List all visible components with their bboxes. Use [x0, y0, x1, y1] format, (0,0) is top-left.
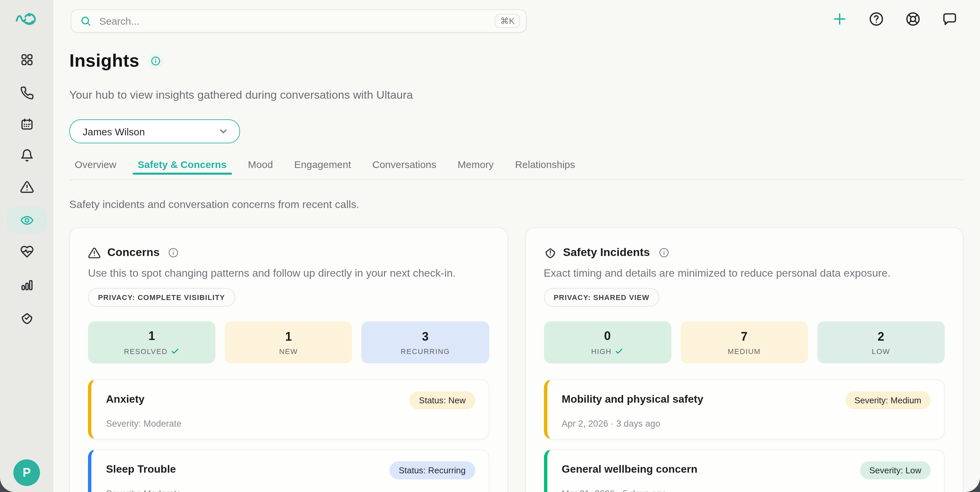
sidebar-item-dashboard[interactable] — [7, 47, 47, 72]
sidebar-item-insights[interactable] — [7, 207, 47, 232]
privacy-badge: PRIVACY: COMPLETE VISIBILITY — [88, 288, 235, 307]
status-badge: Status: New — [410, 391, 475, 409]
check-icon — [171, 347, 180, 355]
tab-safety-concerns[interactable]: Safety & Concerns — [132, 154, 232, 179]
concern-item[interactable]: Sleep Trouble Status: Recurring Severity… — [88, 449, 489, 492]
stat-recurring: 3 RECURRING — [362, 321, 489, 363]
person-select-value: James Wilson — [83, 126, 145, 137]
incident-date: Mar 31, 2026 · 5 days ago — [562, 489, 931, 492]
stat-value: 3 — [422, 330, 429, 344]
phone-icon — [20, 86, 33, 100]
section-description: Safety incidents and conversation concer… — [69, 199, 963, 211]
tab-overview[interactable]: Overview — [69, 154, 122, 179]
info-icon — [151, 56, 161, 66]
stat-value: 2 — [878, 330, 885, 344]
alert-triangle-icon — [20, 180, 33, 194]
concerns-list: Anxiety Status: New Severity: Moderate S… — [88, 379, 489, 492]
bar-chart-icon — [20, 278, 33, 292]
feedback-button[interactable] — [941, 11, 957, 27]
chevron-down-icon — [218, 126, 229, 137]
safety-incidents-card: Safety Incidents Exact timing and detail… — [525, 227, 963, 492]
tab-engagement[interactable]: Engagement — [289, 154, 356, 179]
concern-item[interactable]: Anxiety Status: New Severity: Moderate — [88, 379, 489, 439]
stat-value: 7 — [741, 330, 747, 344]
logo-icon — [15, 7, 39, 31]
concern-title: Anxiety — [106, 391, 145, 405]
severity-badge: Severity: Low — [860, 461, 931, 479]
page-info-button[interactable] — [148, 53, 163, 68]
heart-pulse-icon — [20, 244, 33, 258]
sidebar-item-health[interactable] — [7, 239, 47, 264]
incidents-list: Mobility and physical safety Severity: M… — [544, 379, 945, 492]
eye-icon — [20, 213, 33, 227]
topbar-actions — [831, 11, 957, 27]
stat-medium: 7 MEDIUM — [680, 321, 808, 363]
stat-label: RESOLVED — [124, 347, 168, 355]
stat-label: RECURRING — [401, 347, 450, 355]
search-bar[interactable]: ⌘K — [71, 10, 527, 33]
incidents-stats: 0 HIGH 7 MEDIUM 2 LOW — [544, 321, 945, 363]
tab-memory[interactable]: Memory — [452, 154, 499, 179]
insights-tabs: Overview Safety & Concerns Mood Engageme… — [69, 154, 963, 180]
support-button[interactable] — [905, 11, 921, 27]
shield-alert-icon — [544, 246, 556, 259]
stat-value: 1 — [148, 330, 155, 343]
concerns-description: Use this to spot changing patterns and f… — [88, 267, 489, 279]
sidebar-item-alerts[interactable] — [7, 174, 47, 199]
alert-triangle-icon — [88, 246, 101, 259]
add-button[interactable] — [831, 11, 847, 27]
user-avatar[interactable]: P — [13, 459, 40, 486]
status-badge: Status: Recurring — [389, 461, 475, 479]
incident-item[interactable]: General wellbeing concern Severity: Low … — [544, 449, 945, 492]
stat-label: NEW — [279, 347, 298, 355]
concerns-title: Concerns — [107, 246, 160, 260]
page-subtitle: Your hub to view insights gathered durin… — [69, 89, 963, 102]
chat-bubble-icon — [942, 11, 957, 26]
stat-label: MEDIUM — [728, 347, 760, 355]
sidebar-item-calendar[interactable] — [7, 111, 47, 137]
ultaura-logo[interactable] — [13, 5, 40, 32]
stat-label: LOW — [872, 347, 890, 355]
info-icon[interactable] — [659, 247, 669, 258]
plus-icon — [832, 11, 847, 26]
concern-severity: Severity: Moderate — [106, 419, 475, 429]
tab-mood[interactable]: Mood — [243, 154, 278, 179]
sidebar-nav — [7, 47, 47, 337]
help-circle-icon — [868, 11, 884, 26]
concern-title: Sleep Trouble — [106, 461, 176, 475]
safety-incidents-description: Exact timing and details are minimized t… — [544, 267, 945, 279]
info-icon[interactable] — [168, 247, 179, 258]
shield-check-icon — [20, 311, 33, 325]
help-button[interactable] — [868, 11, 884, 27]
stat-value: 0 — [604, 330, 611, 343]
severity-badge: Severity: Medium — [845, 391, 931, 409]
search-input[interactable] — [98, 15, 495, 27]
safety-incidents-title: Safety Incidents — [563, 246, 650, 260]
page-title: Insights — [69, 51, 139, 71]
tab-conversations[interactable]: Conversations — [367, 154, 442, 179]
search-icon — [80, 15, 91, 27]
concerns-card: Concerns Use this to spot changing patte… — [69, 227, 508, 492]
sidebar-item-notifications[interactable] — [7, 143, 47, 168]
incident-title: General wellbeing concern — [562, 461, 697, 475]
incident-date: Apr 2, 2026 · 3 days ago — [562, 419, 931, 429]
check-icon — [615, 347, 624, 355]
sidebar-item-reports[interactable] — [7, 272, 47, 297]
stat-low: 2 LOW — [817, 321, 945, 363]
incident-item[interactable]: Mobility and physical safety Severity: M… — [544, 379, 945, 439]
calendar-icon — [20, 117, 33, 131]
sidebar-item-safety[interactable] — [7, 305, 47, 331]
lifebuoy-icon — [905, 11, 920, 26]
main-content: Insights Your hub to view insights gathe… — [69, 39, 963, 492]
privacy-badge: PRIVACY: SHARED VIEW — [544, 288, 659, 307]
concern-severity: Severity: Moderate — [106, 489, 475, 492]
stat-value: 1 — [285, 330, 292, 344]
incident-title: Mobility and physical safety — [562, 391, 703, 405]
search-shortcut: ⌘K — [495, 14, 520, 28]
grid-icon — [20, 53, 33, 66]
sidebar-item-calls[interactable] — [7, 80, 47, 105]
person-select[interactable]: James Wilson — [69, 119, 240, 143]
bell-icon — [20, 148, 33, 162]
tab-relationships[interactable]: Relationships — [510, 154, 580, 179]
stat-resolved: 1 RESOLVED — [88, 321, 215, 363]
